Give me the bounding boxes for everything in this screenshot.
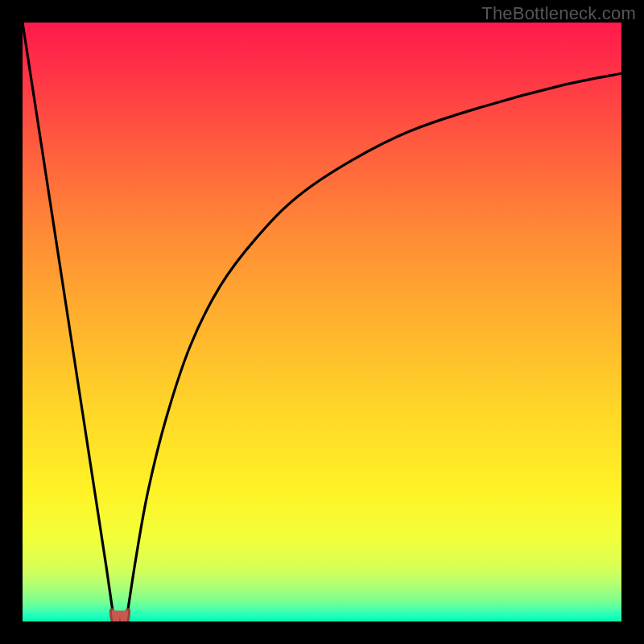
chart-frame: TheBottleneck.com [0,0,644,644]
bottleneck-curve [23,23,621,621]
watermark-text: TheBottleneck.com [481,3,636,24]
minimum-marker-icon [109,607,131,621]
plot-area [23,23,621,621]
